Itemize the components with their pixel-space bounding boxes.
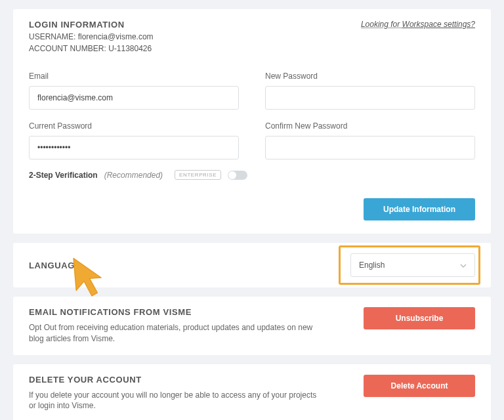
workspace-prefix: Looking for xyxy=(361,20,402,29)
language-selected: English xyxy=(359,261,385,270)
update-information-button[interactable]: Update Information xyxy=(364,198,475,220)
new-password-field-wrap: New Password xyxy=(265,72,475,110)
two-factor-toggle[interactable] xyxy=(228,171,247,180)
language-section: LANGUAGE English xyxy=(13,243,491,287)
email-label: Email xyxy=(29,72,239,81)
email-input[interactable] xyxy=(29,86,239,110)
delete-account-desc: If you delete your account you will no l… xyxy=(29,390,318,412)
two-factor-recommended: (Recommended) xyxy=(104,171,163,180)
email-field-wrap: Email xyxy=(29,72,239,110)
confirm-password-label: Confirm New Password xyxy=(265,121,475,131)
current-password-label: Current Password xyxy=(29,121,239,131)
email-notifications-title: EMAIL NOTIFICATIONS FROM VISME xyxy=(29,307,348,317)
language-select[interactable]: English xyxy=(350,253,475,277)
delete-account-section: DELETE YOUR ACCOUNT If you delete your a… xyxy=(13,364,491,420)
confirm-password-input[interactable] xyxy=(265,136,475,159)
delete-account-button[interactable]: Delete Account xyxy=(364,375,475,397)
unsubscribe-button[interactable]: Unsubscribe xyxy=(364,307,475,329)
account-row: ACCOUNT NUMBER: U-11380426 xyxy=(29,44,475,53)
confirm-password-field-wrap: Confirm New Password xyxy=(265,121,475,159)
language-title: LANGUAGE xyxy=(29,261,81,270)
email-notifications-desc: Opt Out from receiving education materia… xyxy=(29,322,318,345)
workspace-settings-link[interactable]: Looking for Workspace settings? xyxy=(361,20,475,29)
new-password-label: New Password xyxy=(265,72,475,81)
chevron-down-icon xyxy=(460,262,467,268)
new-password-input[interactable] xyxy=(265,86,475,110)
two-factor-label: 2-Step Verification xyxy=(29,171,98,180)
current-password-field-wrap: Current Password xyxy=(29,121,239,159)
username-row: USERNAME: florencia@visme.com xyxy=(29,32,475,41)
enterprise-badge: ENTERPRISE xyxy=(175,170,221,180)
two-factor-row: 2-Step Verification (Recommended) ENTERP… xyxy=(29,170,247,180)
login-info-section: Looking for Workspace settings? LOGIN IN… xyxy=(13,9,491,234)
email-notifications-section: EMAIL NOTIFICATIONS FROM VISME Opt Out f… xyxy=(13,297,491,355)
workspace-link-text: Workspace settings? xyxy=(402,20,475,29)
delete-account-title: DELETE YOUR ACCOUNT xyxy=(29,375,348,385)
current-password-input[interactable] xyxy=(29,136,239,159)
